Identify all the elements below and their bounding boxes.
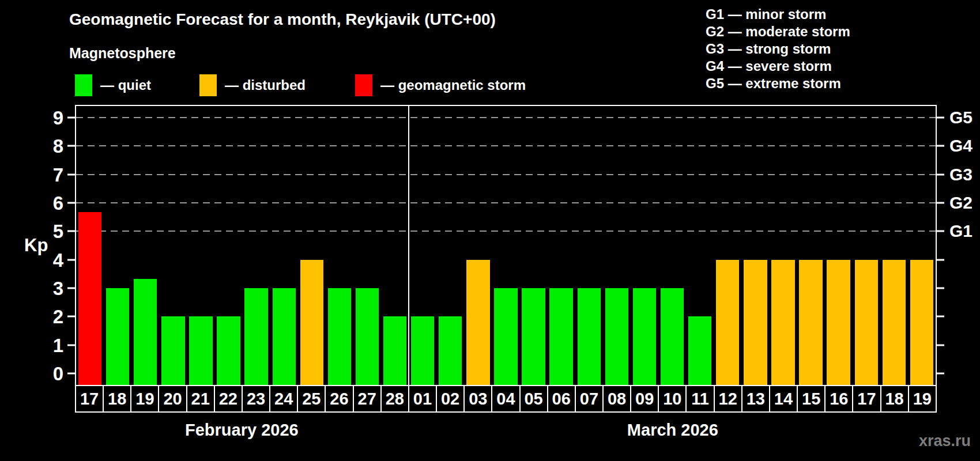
magnetosphere-label: Magnetosphere xyxy=(69,45,176,62)
day-label-02: 02 xyxy=(436,385,465,413)
y-axis-tick-right-9 xyxy=(937,116,944,118)
y-axis-label-4: 4 xyxy=(53,250,63,269)
day-label-12: 12 xyxy=(714,385,742,413)
kp-bar-day-22 xyxy=(217,316,240,385)
gridline-kp-6 xyxy=(76,202,936,203)
y-axis-label-1: 1 xyxy=(53,335,63,354)
day-label-14: 14 xyxy=(769,385,798,413)
kp-bar-day-10 xyxy=(661,288,684,385)
y-axis-tick-left-5 xyxy=(67,231,75,232)
day-label-19: 19 xyxy=(130,385,159,413)
day-label-06: 06 xyxy=(547,385,576,413)
day-label-17: 17 xyxy=(75,385,104,413)
kp-bar-day-17 xyxy=(78,212,101,385)
y-axis-tick-left-9 xyxy=(67,116,75,118)
kp-bar-day-27 xyxy=(356,288,379,385)
y-axis-tick-right-1 xyxy=(937,344,944,346)
day-label-01: 01 xyxy=(408,385,437,413)
kp-bar-day-21 xyxy=(189,316,212,385)
kp-bar-day-18 xyxy=(106,288,129,385)
month-label-1: February 2026 xyxy=(185,421,299,440)
y-axis-tick-right-5 xyxy=(937,231,944,232)
kp-bar-day-05 xyxy=(522,288,545,385)
kp-bar-day-13 xyxy=(744,260,767,385)
plot-area: 0123456789G1G2G3G4G5 xyxy=(75,105,937,385)
day-label-27: 27 xyxy=(353,385,382,413)
y-axis-tick-right-8 xyxy=(937,145,944,147)
month-label-2: March 2026 xyxy=(627,421,718,440)
g-axis-label-G4: G4 xyxy=(949,137,973,154)
kp-bar-day-25 xyxy=(300,260,323,385)
kp-bar-day-07 xyxy=(578,288,601,385)
day-label-26: 26 xyxy=(325,385,353,413)
kp-bar-day-16 xyxy=(827,260,850,385)
y-axis-tick-left-4 xyxy=(67,259,75,260)
day-label-22: 22 xyxy=(214,385,243,413)
y-axis-label-8: 8 xyxy=(53,137,63,156)
g-legend-line-3: G3 — strong storm xyxy=(706,40,850,58)
g-legend-line-2: G2 — moderate storm xyxy=(706,23,850,40)
legend-label-storm: — geomagnetic storm xyxy=(380,77,526,93)
gridline-kp-5 xyxy=(76,231,936,232)
kp-bar-day-18 xyxy=(883,260,906,385)
watermark: xras.ru xyxy=(919,432,971,450)
day-label-25: 25 xyxy=(297,385,326,413)
day-label-20: 20 xyxy=(158,385,187,413)
chart-title: Geomagnetic Forecast for a month, Reykja… xyxy=(69,10,496,29)
kp-bar-day-04 xyxy=(494,288,517,385)
quiet-color-swatch-icon xyxy=(75,74,92,96)
y-axis-tick-right-7 xyxy=(937,173,944,175)
y-axis-label-2: 2 xyxy=(53,307,63,326)
day-label-23: 23 xyxy=(242,385,270,413)
day-label-08: 08 xyxy=(602,385,631,413)
y-axis-tick-left-7 xyxy=(67,173,75,175)
kp-bar-day-17 xyxy=(855,260,878,385)
kp-bar-day-20 xyxy=(161,316,184,385)
kp-bar-day-03 xyxy=(466,260,489,385)
g-legend-line-4: G4 — severe storm xyxy=(706,58,850,75)
y-axis-tick-left-6 xyxy=(67,202,75,203)
kp-bar-day-15 xyxy=(799,260,822,385)
storm-color-swatch-icon xyxy=(355,74,372,96)
kp-bar-day-26 xyxy=(328,288,351,385)
kp-bar-day-02 xyxy=(439,316,462,385)
kp-bar-day-09 xyxy=(633,288,656,385)
day-label-11: 11 xyxy=(685,385,714,413)
day-label-15: 15 xyxy=(797,385,826,413)
day-label-04: 04 xyxy=(491,385,520,413)
legend-label-quiet: — quiet xyxy=(100,77,151,93)
g-legend-line-5: G5 — extreme storm xyxy=(706,75,850,92)
day-label-03: 03 xyxy=(463,385,492,413)
y-axis-tick-right-4 xyxy=(937,259,944,260)
kp-bar-day-28 xyxy=(383,316,406,385)
legend-item-quiet: — quiet xyxy=(75,74,151,97)
legend-label-disturbed: — disturbed xyxy=(225,77,306,93)
day-label-19: 19 xyxy=(908,385,937,413)
kp-bar-day-19 xyxy=(134,279,157,385)
day-axis-row: 1718192021222324252627280102030405060708… xyxy=(75,385,937,413)
day-label-05: 05 xyxy=(519,385,548,413)
g-scale-legend: G1 — minor stormG2 — moderate stormG3 — … xyxy=(706,6,850,92)
g-axis-label-G1: G1 xyxy=(949,222,973,240)
day-label-13: 13 xyxy=(741,385,770,413)
g-axis-label-G5: G5 xyxy=(949,109,973,126)
kp-bar-day-08 xyxy=(605,288,628,385)
y-axis-tick-left-3 xyxy=(67,288,75,289)
gridline-kp-7 xyxy=(76,174,936,175)
day-label-07: 07 xyxy=(575,385,604,413)
day-label-21: 21 xyxy=(186,385,215,413)
y-axis-tick-right-3 xyxy=(937,288,944,289)
y-axis-label-0: 0 xyxy=(53,364,63,383)
y-axis-tick-left-2 xyxy=(67,316,75,318)
day-label-17: 17 xyxy=(852,385,881,413)
month-divider xyxy=(408,106,409,385)
day-label-24: 24 xyxy=(269,385,298,413)
day-label-09: 09 xyxy=(630,385,659,413)
y-axis-tick-left-8 xyxy=(67,145,75,147)
y-axis-tick-right-0 xyxy=(937,373,944,375)
disturbed-color-swatch-icon xyxy=(199,74,217,96)
gridline-kp-9 xyxy=(76,117,936,118)
g-axis-label-G3: G3 xyxy=(949,166,973,183)
legend-item-storm: — geomagnetic storm xyxy=(355,74,526,97)
day-label-18: 18 xyxy=(103,385,131,413)
